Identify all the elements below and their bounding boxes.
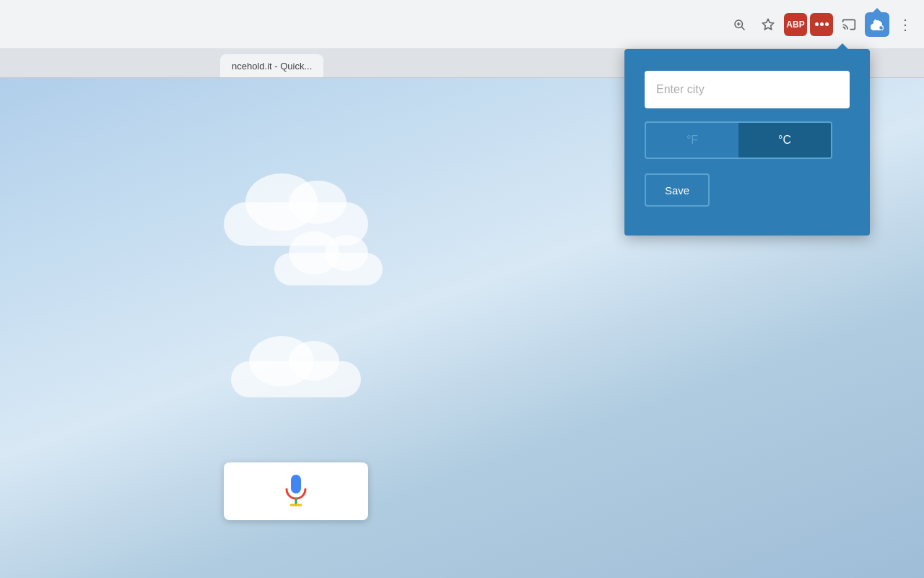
dots-extension-icon[interactable] — [810, 13, 833, 36]
city-input[interactable] — [645, 71, 850, 108]
mic-icon — [282, 473, 310, 509]
fahrenheit-button[interactable]: °F — [646, 123, 738, 158]
abp-extension-icon[interactable]: ABP — [784, 13, 807, 36]
dot-3 — [825, 22, 829, 26]
abp-label: ABP — [786, 20, 804, 30]
zoom-button[interactable] — [726, 12, 752, 38]
dot-2 — [820, 22, 824, 26]
active-tab[interactable]: ncehold.it - Quick... — [220, 54, 323, 77]
voice-search-widget[interactable] — [224, 462, 368, 520]
toolbar-icons: ABP — [726, 12, 918, 38]
svg-rect-8 — [291, 475, 301, 493]
weather-extension-icon[interactable] — [865, 12, 889, 37]
bookmark-button[interactable] — [755, 12, 781, 38]
more-menu-button[interactable]: ⋮ — [892, 12, 918, 38]
browser-toolbar: ABP — [0, 0, 924, 49]
dot-1 — [815, 22, 819, 26]
cast-button[interactable] — [836, 12, 862, 38]
svg-line-1 — [741, 27, 744, 30]
cloud-decoration-2 — [274, 253, 383, 285]
save-button[interactable]: Save — [645, 173, 710, 207]
cloud-decoration-3 — [231, 361, 361, 397]
temperature-unit-toggle: °F °C — [645, 121, 832, 159]
svg-marker-4 — [763, 19, 774, 29]
more-icon-symbol: ⋮ — [898, 16, 912, 33]
weather-extension-popup: °F °C Save — [624, 49, 870, 236]
celsius-button[interactable]: °C — [738, 123, 831, 158]
tab-label: ncehold.it - Quick... — [232, 61, 312, 72]
